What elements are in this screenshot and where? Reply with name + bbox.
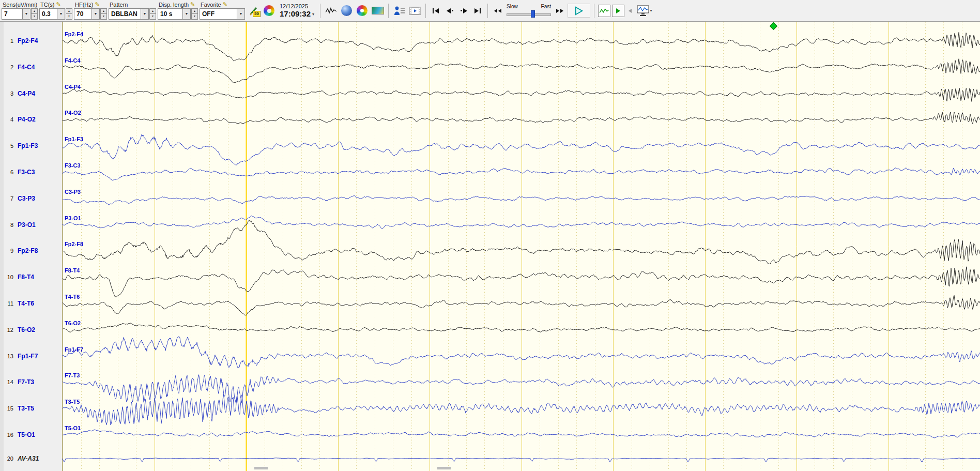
channel-row-F4-C4[interactable]: 2F4-C4	[0, 63, 63, 72]
channel-number: 16	[0, 432, 13, 438]
hf-edit-icon[interactable]: ✎	[95, 2, 99, 7]
gear-icon	[264, 5, 274, 16]
prev-page-button[interactable]	[626, 5, 634, 17]
pattern-value[interactable]: DBLBAN	[109, 8, 141, 20]
pattern-dropdown-button[interactable]: ▼	[141, 8, 149, 20]
step-forward-icon	[463, 8, 467, 13]
gray-left-icon	[629, 9, 632, 13]
channel-row-Fp1-F7[interactable]: 13Fp1-F7	[0, 352, 63, 361]
pattern-spin-up-icon[interactable]: ▲	[149, 8, 156, 14]
disp-length-spin-down-icon[interactable]: ▼	[191, 14, 198, 20]
tc-control: TC(s)✎ 0.3 ▼ ▲▼	[39, 1, 72, 21]
separator	[320, 4, 320, 18]
channel-number: 7	[0, 195, 13, 202]
speed-slider[interactable]	[507, 10, 551, 18]
trend-button[interactable]	[598, 5, 610, 17]
channel-number: 6	[0, 169, 13, 175]
sens-dropdown-button[interactable]: ▼	[22, 8, 30, 20]
channel-label: T6-O2	[18, 326, 35, 333]
channel-label: F8-T4	[18, 274, 34, 281]
tc-edit-icon[interactable]: ✎	[56, 2, 61, 7]
channel-row-T3-T5[interactable]: 15T3-T5	[0, 404, 63, 413]
channel-row-C4-P4[interactable]: 3C4-P4	[0, 89, 63, 98]
channel-label: P4-O2	[18, 116, 36, 123]
waveform-display-button[interactable]	[324, 4, 338, 18]
favorite-value[interactable]: OFF	[200, 8, 237, 20]
channel-row-P3-O1[interactable]: 8P3-O1	[0, 220, 63, 230]
sens-label-text: Sens(uV/mm)	[3, 2, 37, 8]
monitor-dropdown-icon[interactable]: ▾	[650, 8, 652, 13]
disp-length-value[interactable]: 10 s	[158, 8, 182, 20]
favorite-dropdown-button[interactable]: ▼	[237, 8, 245, 20]
settings-gear-button[interactable]	[262, 4, 276, 18]
skip-start-button[interactable]	[430, 5, 442, 17]
pattern-spin-down-icon[interactable]: ▼	[149, 14, 156, 20]
channel-row-Fp2-F8[interactable]: 9Fp2-F8	[0, 246, 63, 255]
channel-row-P4-O2[interactable]: 4P4-O2	[0, 115, 63, 124]
channel-row-F7-T3[interactable]: 14F7-T3	[0, 377, 63, 387]
pattern-spinner[interactable]: ▲▼	[149, 8, 156, 20]
brain-map-button[interactable]	[340, 4, 354, 18]
eeg-display: Fp2-F4F4-C4C4-P4P4-O2Fp1-F3F3-C3C3-P3P3-…	[63, 22, 980, 471]
time-dropdown-icon[interactable]: ▾	[312, 12, 314, 17]
channel-label: F3-C3	[18, 169, 35, 176]
sens-spinner[interactable]: ▲▼	[31, 8, 38, 20]
topo-map-button[interactable]	[371, 4, 385, 18]
channel-row-T4-T6[interactable]: 11T4-T6	[0, 299, 63, 308]
tc-value[interactable]: 0.3	[39, 8, 57, 20]
channel-number: 1	[0, 38, 13, 44]
hf-dropdown-button[interactable]: ▼	[91, 8, 100, 20]
sens-spin-up-icon[interactable]: ▲	[31, 8, 38, 14]
channel-number: 14	[0, 379, 13, 385]
patient-info-button[interactable]	[392, 4, 406, 18]
channel-row-Fp2-F4[interactable]: 1Fp2-F4	[0, 36, 63, 45]
play-button[interactable]	[568, 4, 590, 18]
sens-spin-down-icon[interactable]: ▼	[31, 14, 38, 20]
channel-row-T6-O2[interactable]: 12T6-O2	[0, 325, 63, 335]
hf-value[interactable]: 70	[74, 8, 91, 20]
topo-map-icon	[372, 7, 384, 14]
channel-label: T4-T6	[18, 300, 34, 307]
channel-row-AV-A31[interactable]: 20AV-A31	[0, 454, 63, 463]
review-monitor-button[interactable]: ▾	[635, 4, 653, 18]
channel-label: C4-P4	[18, 90, 35, 97]
hf-spin-down-icon[interactable]: ▼	[100, 14, 107, 20]
separator	[388, 4, 389, 18]
spectrum-button[interactable]	[355, 4, 369, 18]
step-back-button[interactable]	[443, 5, 456, 17]
disp-length-spin-up-icon[interactable]: ▲	[191, 8, 198, 14]
speed-slider-handle[interactable]	[531, 10, 535, 18]
sens-value[interactable]: 7	[2, 8, 22, 20]
channel-row-F8-T4[interactable]: 10F8-T4	[0, 272, 63, 282]
channel-sidebar: 1Fp2-F42F4-C43C4-P44P4-O25Fp1-F36F3-C37C…	[0, 22, 63, 471]
channel-label: T3-T5	[18, 405, 34, 412]
fast-forward-button[interactable]	[554, 5, 566, 17]
video-button[interactable]	[408, 4, 422, 18]
step-forward-button[interactable]	[457, 5, 470, 17]
hf-spin-up-icon[interactable]: ▲	[100, 8, 107, 14]
favorite-edit-icon[interactable]: ✎	[223, 2, 227, 7]
marker-tool-button[interactable]: 50	[247, 4, 261, 18]
tc-spin-down-icon[interactable]: ▼	[66, 14, 72, 20]
channel-row-T5-O1[interactable]: 16T5-O1	[0, 430, 63, 439]
channel-label: T5-O1	[18, 431, 35, 438]
channel-row-Fp1-F3[interactable]: 5Fp1-F3	[0, 141, 63, 150]
tc-spinner[interactable]: ▲▼	[66, 8, 72, 20]
disp-length-spinner[interactable]: ▲▼	[191, 8, 198, 20]
favorite-label: Favorite✎	[200, 1, 245, 8]
tc-dropdown-button[interactable]: ▼	[57, 8, 65, 20]
disp-length-edit-icon[interactable]: ✎	[190, 2, 195, 7]
eeg-trace-area[interactable]	[63, 22, 980, 471]
tc-spin-up-icon[interactable]: ▲	[66, 8, 72, 14]
hf-spinner[interactable]: ▲▼	[100, 8, 107, 20]
rewind-button[interactable]	[492, 5, 504, 17]
skip-end-button[interactable]	[471, 5, 484, 17]
auto-play-button[interactable]	[612, 5, 624, 17]
separator	[594, 4, 594, 18]
channel-row-C3-P3[interactable]: 7C3-P3	[0, 194, 63, 203]
channel-label: Fp2-F8	[18, 247, 38, 254]
channel-label: F7-T3	[18, 378, 34, 386]
disp-length-dropdown-button[interactable]: ▼	[182, 8, 191, 20]
channel-row-F3-C3[interactable]: 6F3-C3	[0, 168, 63, 177]
bottom-marker	[437, 467, 451, 469]
